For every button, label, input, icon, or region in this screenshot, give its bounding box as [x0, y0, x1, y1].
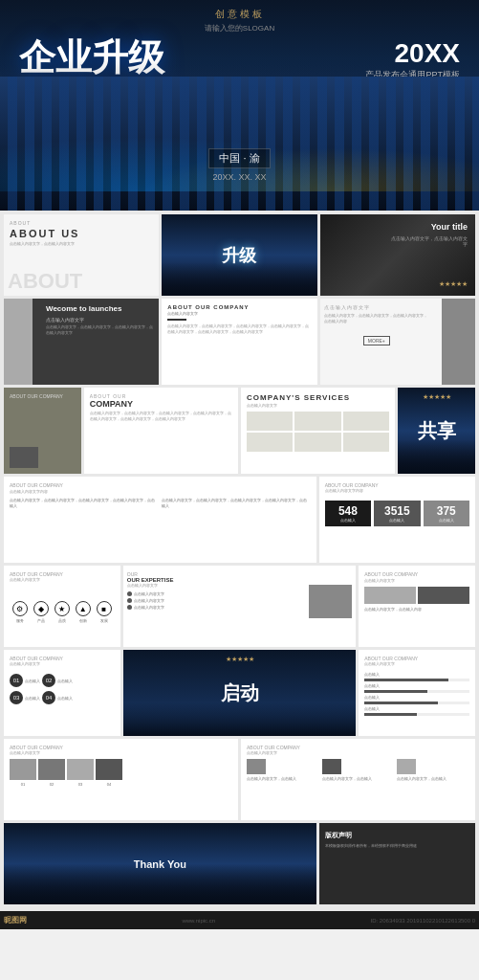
services-grid — [247, 412, 389, 452]
sharing-bg — [398, 440, 475, 474]
hero-bottom: 中国 · 渝 20XX. XX. XX — [0, 148, 479, 182]
stat-lbl-2: 点击输入 — [378, 518, 416, 523]
slide-copyright: 版权声明 本模板版权归原作者所有，未经授权不得用于商业用途 — [319, 823, 475, 904]
tl-steps: 01 点击输入 02 点击输入 — [10, 674, 115, 687]
company-label-1: ABOUT OUR COMPANY — [167, 304, 311, 310]
input-label: 点击输入内容文字 — [324, 304, 429, 310]
icon-row-inner: ABOUT OUR COMPANY 点击输入内容文字 ⚙ 服务 ◆ 产品 ★ 品… — [4, 566, 120, 647]
about-cols-label: ABOUT OUR COMPANY — [10, 482, 311, 488]
slide-about-company-1: ABOUT OUR COMPANY 点击输入内容文字 点击输入内容文字，点击输入… — [162, 299, 316, 385]
stats-sub: 点击输入内容文字内容 — [325, 488, 469, 493]
your-title-text: Your title — [431, 222, 468, 232]
about-c2-sub: 点击输入内容文字 — [247, 750, 469, 755]
tl-step-text-4: 点击输入 — [57, 696, 73, 701]
copyright-text: 本模板版权归原作者所有，未经授权不得用于商业用途 — [325, 843, 469, 849]
slide-about-cols-2: ABOUT OUR COMPANY 点击输入内容文字 点击输入内容文字，点击输入… — [241, 739, 475, 820]
slide-launch: 启动 ★★★★★ — [123, 650, 357, 736]
prog-fill-3 — [364, 702, 438, 704]
hero-date: 20XX. XX. XX — [0, 172, 479, 182]
prog-sub: 点击输入内容文字 — [364, 661, 469, 666]
icon-item-3: ★ 品质 — [54, 601, 70, 623]
slide-about-large: ABOUT OUR COMPANY 点击输入内容文字，点击输入内容文字，点击输入… — [84, 388, 238, 474]
welcome-title: Wecome to launches — [46, 304, 155, 313]
icon-lbl-4: 创新 — [76, 618, 91, 623]
watermark-logo: 昵图网 — [4, 915, 27, 925]
exp-dot-1 — [127, 591, 132, 596]
slide-row-4: ABOUT OUR COMPANY 点击输入内容文字内容 点击输入内容文字，点击… — [4, 477, 475, 563]
exp-dot-3 — [127, 605, 132, 610]
hero-section: 创意模板 请输入您的SLOGAN 企业升级 20XX 产品发布会通用PPT模板 … — [0, 0, 479, 211]
mini-imgs-sub: 点击输入内容文字 — [10, 750, 232, 755]
prog-bar-4 — [364, 713, 469, 716]
slide-timeline: ABOUT OUR COMPANY 点击输入内容文字 01 点击输入 02 点击… — [4, 650, 120, 736]
icon-circle-3: ★ — [54, 601, 70, 616]
mini-img-2 — [38, 759, 65, 780]
input-btn-label[interactable]: MORE+ — [363, 336, 390, 345]
prog-bar-3 — [364, 702, 469, 704]
about-col-2: 点击输入内容文字，点击输入内容文字，点击输入内容文字，点击输入内容文字，点击输入 — [162, 498, 311, 508]
prog-bars: 点击输入 点击输入 点击输入 点击输入 — [364, 672, 469, 716]
stat-num-1: 548 — [329, 504, 367, 518]
about-right-body: 点击输入内容文字，点击输入内容 — [364, 607, 469, 612]
slide-your-title: Your title 点击输入内容文字，点击输入内容文字 ★★★★★ — [320, 214, 475, 296]
about-col-2-text: 点击输入内容文字，点击输入内容文字，点击输入内容文字，点击输入内容文字，点击输入 — [162, 498, 311, 508]
about-big-text: ABOUT — [8, 269, 82, 294]
tl-step-text-3: 点击输入 — [25, 696, 40, 701]
mini-imgs-inner: ABOUT OUR COMPANY 点击输入内容文字 01 02 03 04 — [4, 739, 238, 820]
about-cols-sub: 点击输入内容文字内容 — [10, 489, 311, 494]
icon-lbl-2: 产品 — [33, 618, 49, 623]
hero-brand: 创意模板 — [0, 8, 479, 21]
night-buildings-bg — [162, 262, 316, 296]
icon-item-1: ⚙ 服务 — [12, 601, 28, 623]
hero-location: 中国 · 渝 — [208, 148, 270, 168]
mini-img-1 — [10, 759, 36, 780]
service-cell-4 — [247, 433, 293, 452]
tl-num-2: 02 — [42, 674, 55, 687]
tl-step-1: 01 点击输入 — [10, 674, 40, 687]
about-c2-col3: 点击输入内容文字，点击输入 — [397, 759, 469, 781]
about-company-inner: ABOUT OUR COMPANY 点击输入内容文字 点击输入内容文字，点击输入… — [162, 299, 316, 385]
slide-mini-imgs: ABOUT OUR COMPANY 点击输入内容文字 01 02 03 04 — [4, 739, 238, 820]
about-progress-inner: ABOUT OUR COMPANY 点击输入内容文字 点击输入 点击输入 点击输… — [359, 650, 475, 736]
prog-bar-2 — [364, 690, 469, 693]
about-cols-content: 点击输入内容文字，点击输入内容文字，点击输入内容文字，点击输入内容文字，点击输入… — [10, 498, 311, 508]
ty-bg-overlay — [4, 864, 316, 905]
services-inner: COMPANY'S SERVICES 点击输入内容文字 — [241, 388, 395, 474]
mini-img-r2 — [418, 587, 469, 604]
stat-num-2: 3515 — [378, 504, 416, 518]
icon-lbl-5: 发展 — [97, 618, 112, 623]
gray-mini-img-box — [10, 447, 38, 468]
exp-text-1: 点击输入内容文字 — [134, 591, 164, 596]
tl-step-4: 04 点击输入 — [42, 691, 73, 704]
prog-item-1-label: 点击输入 — [364, 672, 469, 677]
about-large-title: COMPANY — [90, 399, 232, 409]
hero-top: 创意模板 请输入您的SLOGAN — [0, 8, 479, 33]
gray-olive-inner: ABOUT OUR COMPANY — [4, 388, 81, 474]
sharing-stars: ★★★★★ — [423, 393, 451, 401]
c2-text-3: 点击输入内容文字，点击输入 — [397, 776, 469, 781]
slide-about-right: ABOUT OUR COMPANY 点击输入内容文字 点击输入内容文字，点击输入… — [359, 566, 475, 647]
mini-img-lbl-2: 02 — [38, 782, 65, 787]
input-img — [442, 299, 475, 385]
about-title-en: ABOUT US — [10, 228, 153, 239]
services-title: COMPANY'S SERVICES — [247, 393, 389, 402]
input-btn[interactable]: MORE+ — [324, 329, 429, 346]
icon-item-2: ◆ 产品 — [33, 601, 49, 623]
title-stars: ★★★★★ — [439, 280, 468, 288]
service-cell-1 — [247, 412, 293, 431]
about-cols-inner: ABOUT OUR COMPANY 点击输入内容文字内容 点击输入内容文字，点击… — [4, 477, 316, 563]
mini-img-lbl-1: 01 — [10, 782, 36, 787]
prog-item-2-label: 点击输入 — [364, 683, 469, 688]
icon-lbl-1: 服务 — [12, 618, 28, 623]
tl-step-3: 03 点击输入 — [10, 691, 40, 704]
slide-gray-olive: ABOUT OUR COMPANY — [4, 388, 81, 474]
slide-about-cols: ABOUT OUR COMPANY 点击输入内容文字内容 点击输入内容文字，点击… — [4, 477, 316, 563]
c2-img-1 — [247, 759, 266, 774]
slide-icon-row: ABOUT OUR COMPANY 点击输入内容文字 ⚙ 服务 ◆ 产品 ★ 品… — [4, 566, 120, 647]
watermark-bar: 昵图网 www.nipic.cn ID: 20634933 2019110221… — [0, 911, 479, 929]
mini-img-4 — [96, 759, 122, 780]
service-cell-3 — [343, 412, 389, 431]
stat-box-1: 548 点击输入 — [325, 501, 371, 526]
prog-bar-1 — [364, 679, 469, 681]
about-desc: 点击输入内容文字，点击输入内容文字 — [10, 241, 153, 247]
